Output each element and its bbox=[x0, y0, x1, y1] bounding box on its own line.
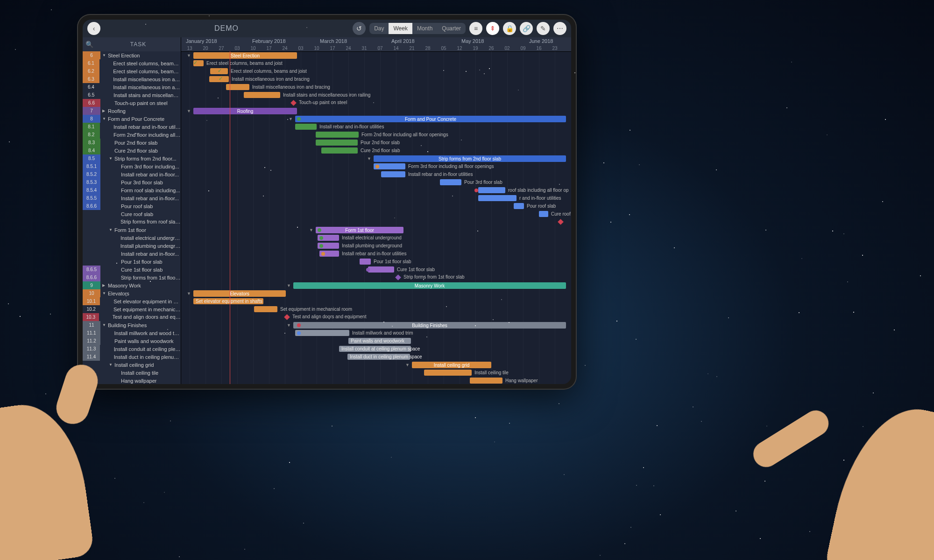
expand-toggle[interactable]: ▼ bbox=[109, 228, 114, 232]
task-row[interactable]: 8.5.3Pour 3rd floor slab bbox=[83, 178, 181, 186]
milestone-diamond[interactable] bbox=[284, 314, 290, 320]
summary-bar[interactable]: Form 1st floor bbox=[316, 227, 403, 233]
task-row[interactable]: ▼Install ceiling grid bbox=[83, 361, 181, 369]
task-row[interactable]: 6.2Erect steel columns, beams a... bbox=[83, 67, 181, 75]
expand-toggle[interactable]: ▼ bbox=[102, 53, 108, 57]
task-bar[interactable]: Cure 1st floor slab bbox=[368, 266, 394, 273]
expand-toggle[interactable]: ▼ bbox=[109, 363, 114, 367]
task-row[interactable]: 8.5.1Form 3rd floor including... bbox=[83, 162, 181, 170]
task-row[interactable]: Install rebar and in-floor... bbox=[83, 250, 181, 258]
task-row[interactable]: Pour 1st floor slab bbox=[83, 258, 181, 266]
task-bar[interactable]: Install ceiling tile bbox=[424, 370, 472, 376]
task-row[interactable]: 9▶Masonry Work bbox=[83, 281, 181, 289]
task-row[interactable]: 6.6Touch-up paint on steel bbox=[83, 99, 181, 107]
collapse-icon[interactable]: ▼ bbox=[289, 117, 293, 121]
summary-bar[interactable]: Strip forms from 2nd floor slab bbox=[374, 155, 566, 162]
task-row[interactable]: 6.4Install miscellaneous iron and... bbox=[83, 83, 181, 91]
task-row[interactable]: 8.2Form 2nd floor including all fl... bbox=[83, 131, 181, 139]
task-bar[interactable]: Install stairs and miscellaneous iron ra… bbox=[244, 92, 280, 98]
task-row[interactable]: 11.3Install conduit at ceiling plen... bbox=[83, 345, 181, 353]
undo-button[interactable]: ↺ bbox=[353, 22, 366, 35]
task-row[interactable]: ▼Form 1st floor bbox=[83, 226, 181, 234]
milestone-diamond[interactable] bbox=[558, 219, 564, 225]
task-bar[interactable]: r and in-floor utilities bbox=[478, 195, 517, 201]
collapse-icon[interactable]: ▼ bbox=[187, 291, 191, 296]
collapse-icon[interactable]: ▼ bbox=[287, 283, 291, 288]
task-bar[interactable]: Pour 1st floor slab bbox=[360, 259, 371, 265]
milestone-diamond[interactable] bbox=[290, 100, 297, 106]
task-row[interactable]: 8.3Pour 2nd floor slab bbox=[83, 139, 181, 147]
task-row[interactable]: 6.3Install miscellaneous iron and... bbox=[83, 75, 181, 83]
expand-toggle[interactable]: ▼ bbox=[102, 323, 108, 327]
task-row[interactable]: 8▼Form and Pour Concrete bbox=[83, 115, 181, 123]
task-bar[interactable]: roof slab including all floor op bbox=[478, 187, 505, 193]
summary-bar[interactable]: Form and Pour Concrete bbox=[295, 116, 566, 122]
task-row[interactable]: 8.1Install rebar and in-floor utiliti... bbox=[83, 123, 181, 131]
task-bar[interactable]: Cure 2nd floor slab bbox=[321, 147, 358, 154]
task-bar[interactable]: Form 2nd floor including all floor openi… bbox=[316, 132, 359, 138]
seg-quarter[interactable]: Quarter bbox=[437, 23, 466, 34]
lock-button[interactable]: 🔒 bbox=[503, 22, 516, 35]
milestone-diamond[interactable] bbox=[395, 274, 401, 280]
task-row[interactable]: 6▼Steel Erection bbox=[83, 51, 181, 59]
task-bar[interactable]: Install millwork and wood trim bbox=[295, 330, 349, 336]
task-row[interactable]: 8.6.6Strip forms from 1st floor... bbox=[83, 273, 181, 281]
task-bar[interactable]: Pour 2nd floor slab bbox=[316, 140, 358, 146]
task-row[interactable]: Install plumbing undergro... bbox=[83, 242, 181, 250]
task-row[interactable]: 11.1Install millwork and wood trim bbox=[83, 329, 181, 337]
back-button[interactable]: ‹ bbox=[87, 22, 100, 35]
task-row[interactable]: 10.3Test and align doors and equi...◆ bbox=[83, 313, 181, 321]
timescale-segment[interactable]: Day Week Month Quarter bbox=[369, 23, 466, 34]
summary-bar[interactable]: Steel Erection bbox=[193, 52, 297, 59]
seg-month[interactable]: Month bbox=[412, 23, 437, 34]
task-bar[interactable]: Pour 3rd floor slab bbox=[440, 179, 461, 185]
summary-bar[interactable]: Elevators bbox=[193, 290, 286, 297]
collapse-icon[interactable]: ▼ bbox=[187, 53, 191, 58]
task-bar[interactable]: Install rebar and in-floor utilities bbox=[381, 171, 405, 177]
task-row[interactable]: 8.5.2Install rebar and in-floor... bbox=[83, 170, 181, 178]
task-bar[interactable]: Install duct in ceiling plenum space bbox=[347, 354, 410, 360]
search-icon[interactable]: 🔍 bbox=[83, 41, 96, 48]
gantt-body[interactable]: ▼Steel ErectionErect steel columns, beam… bbox=[181, 51, 571, 384]
task-bar[interactable]: Pour roof slab bbox=[514, 203, 524, 209]
collapse-icon[interactable]: ▼ bbox=[287, 323, 291, 328]
split-button[interactable]: ⇞ bbox=[486, 22, 499, 35]
summary-bar[interactable]: Masonry Work bbox=[293, 282, 566, 289]
expand-toggle[interactable]: ▶ bbox=[102, 109, 108, 113]
task-row[interactable]: 10▼Elevators bbox=[83, 289, 181, 297]
task-bar[interactable]: Install rebar and in-floor utilities bbox=[295, 124, 317, 130]
task-row[interactable]: 6.5Install stairs and miscellaneo... bbox=[83, 91, 181, 99]
task-row[interactable]: 6.1Erect steel columns, beams a... bbox=[83, 59, 181, 67]
expand-toggle[interactable]: ▼ bbox=[102, 117, 108, 121]
link-button[interactable]: 🔗 bbox=[520, 22, 533, 35]
collapse-icon[interactable]: ▼ bbox=[405, 363, 410, 367]
collapse-icon[interactable]: ▼ bbox=[367, 156, 371, 161]
task-row[interactable]: 8.6.5Cure 1st floor slab bbox=[83, 266, 181, 273]
more-button[interactable]: ⋯ bbox=[553, 22, 566, 35]
task-bar[interactable]: Set elevator equipment in shafts bbox=[193, 298, 263, 304]
task-row[interactable]: 7▶Roofing bbox=[83, 107, 181, 115]
summary-bar[interactable]: Roofing bbox=[193, 108, 297, 114]
task-row[interactable]: 10.2Set equipment in mechanical... bbox=[83, 305, 181, 313]
task-list[interactable]: 6▼Steel Erection6.1Erect steel columns, … bbox=[83, 51, 181, 384]
task-row[interactable]: 11▼Building Finishes bbox=[83, 321, 181, 329]
summary-bar[interactable]: Building Finishes bbox=[293, 322, 566, 329]
task-row[interactable]: 8.5.5Install rebar and in-floor... bbox=[83, 194, 181, 202]
task-row[interactable]: Install electrical undergro... bbox=[83, 234, 181, 242]
seg-week[interactable]: Week bbox=[389, 23, 412, 34]
expand-toggle[interactable]: ▼ bbox=[109, 156, 114, 161]
gantt-panel[interactable]: January 2018February 2018March 2018April… bbox=[181, 37, 571, 384]
task-row[interactable]: 11.2Paint walls and woodwork bbox=[83, 337, 181, 345]
task-bar[interactable]: Install conduit at ceiling plenum space bbox=[339, 346, 411, 352]
expand-toggle[interactable]: ▼ bbox=[102, 291, 108, 295]
task-bar[interactable]: Cure roof s bbox=[539, 211, 548, 217]
task-row[interactable]: 8.5.4Form roof slab including... bbox=[83, 186, 181, 194]
collapse-icon[interactable]: ▼ bbox=[187, 109, 191, 113]
summary-bar[interactable]: Install ceiling grid bbox=[412, 362, 491, 368]
task-row[interactable]: 10.1Set elevator equipment in sh... bbox=[83, 297, 181, 305]
task-row[interactable]: 8.5▼Strip forms from 2nd floor... bbox=[83, 154, 181, 162]
seg-day[interactable]: Day bbox=[369, 23, 389, 34]
task-row[interactable]: Install ceiling tile bbox=[83, 369, 181, 377]
task-row[interactable]: 11.4Install duct in ceiling plenum... bbox=[83, 353, 181, 361]
task-row[interactable]: 8.4Cure 2nd floor slab bbox=[83, 147, 181, 154]
